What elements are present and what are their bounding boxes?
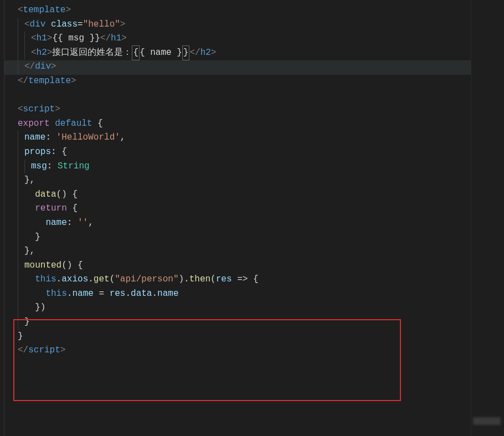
property: name xyxy=(24,131,45,145)
code-line[interactable]: this.name = res.data.name xyxy=(18,287,471,301)
code-line[interactable]: name: '', xyxy=(18,216,471,230)
brace: { xyxy=(67,202,78,216)
code-editor[interactable]: <template> <div class="hello"> <h1>{{ ms… xyxy=(0,0,504,436)
punct: () { xyxy=(56,188,78,202)
tag-bracket: </ xyxy=(189,46,200,60)
mustache-expr: {{ msg }} xyxy=(52,32,100,46)
punct: . xyxy=(67,287,73,301)
tag-name: script xyxy=(28,343,60,358)
function-name: mounted xyxy=(24,259,61,273)
brace: } xyxy=(18,330,23,344)
code-line[interactable]: <div class="hello"> xyxy=(18,18,471,32)
code-line[interactable]: } xyxy=(18,330,471,344)
keyword: return xyxy=(35,202,67,216)
code-line[interactable]: }, xyxy=(18,173,471,188)
code-line[interactable]: } xyxy=(18,315,471,330)
tag-name: template xyxy=(28,74,71,89)
variable: name xyxy=(157,287,178,301)
punct: : { xyxy=(51,145,67,160)
punct: . xyxy=(184,273,189,287)
mustache-expr: { name } xyxy=(140,46,182,60)
code-line[interactable]: msg: String xyxy=(18,160,471,174)
punct: = xyxy=(78,18,83,32)
string: '' xyxy=(78,216,88,230)
code-content[interactable]: <template> <div class="hello"> <h1>{{ ms… xyxy=(4,0,471,436)
tag-name: h2 xyxy=(37,46,47,60)
string: 'HelloWorld' xyxy=(56,131,120,145)
punct: . xyxy=(152,287,157,301)
code-line[interactable]: this.axios.get("api/person").then(res =>… xyxy=(18,273,471,287)
brace: { xyxy=(92,117,102,131)
attr-name: class xyxy=(45,18,78,32)
code-line[interactable]: data() { xyxy=(18,188,471,202)
property: msg xyxy=(31,160,47,174)
editor-gutter xyxy=(0,0,4,436)
punct: ( xyxy=(210,273,216,287)
tag-name: template xyxy=(23,3,66,18)
code-line[interactable]: }, xyxy=(18,244,471,259)
tag-bracket: < xyxy=(31,46,37,60)
tag-name: h1 xyxy=(37,32,47,46)
bracket-match: } xyxy=(182,45,190,61)
tag-bracket: < xyxy=(31,32,37,46)
tag-bracket: > xyxy=(121,32,127,46)
tag-name: div xyxy=(35,60,51,74)
tag-bracket: > xyxy=(51,60,56,74)
code-line[interactable]: <template> xyxy=(18,3,471,18)
keyword: this xyxy=(35,273,56,287)
brace: }, xyxy=(24,173,35,188)
punct: ( xyxy=(110,273,115,287)
function-name: get xyxy=(94,273,110,287)
attr-value: "hello" xyxy=(83,18,120,32)
tag-bracket: < xyxy=(24,18,30,32)
tag-bracket: > xyxy=(211,46,217,60)
code-line[interactable]: }) xyxy=(18,301,471,315)
arrow: => { xyxy=(232,273,259,287)
tag-bracket: > xyxy=(47,32,53,46)
variable: res xyxy=(110,287,126,301)
code-line[interactable]: } xyxy=(18,230,471,245)
code-line[interactable]: export default { xyxy=(18,117,471,131)
tag-bracket: < xyxy=(18,102,23,117)
keyword: export xyxy=(18,117,50,131)
property: props xyxy=(24,145,51,160)
tag-bracket: </ xyxy=(24,60,35,74)
code-line[interactable]: </template> xyxy=(18,74,471,89)
tag-bracket: > xyxy=(47,46,53,60)
minimap[interactable] xyxy=(471,0,504,436)
bracket-match: { xyxy=(132,45,140,61)
tag-name: div xyxy=(30,18,46,32)
type-name: String xyxy=(58,160,90,174)
tag-bracket: </ xyxy=(18,74,28,89)
punct: = xyxy=(94,287,110,301)
code-line[interactable]: name: 'HelloWorld', xyxy=(18,131,471,145)
keyword: default xyxy=(55,117,92,131)
code-line[interactable]: <script> xyxy=(18,102,471,117)
tag-bracket: </ xyxy=(100,32,111,46)
code-line[interactable]: </script> xyxy=(18,343,471,358)
tag-bracket: > xyxy=(120,18,126,32)
punct: ) xyxy=(178,273,184,287)
punct: , xyxy=(120,131,126,145)
punct: () { xyxy=(61,259,83,273)
tag-bracket: > xyxy=(55,102,60,117)
variable: axios xyxy=(61,273,88,287)
function-name: then xyxy=(189,273,210,287)
code-line[interactable]: </div> xyxy=(18,60,471,74)
code-line[interactable]: props: { xyxy=(18,145,471,160)
code-line[interactable]: <h1>{{ msg }}</h1> xyxy=(18,32,471,46)
code-line[interactable]: mounted() { xyxy=(18,259,471,273)
tag-name: h2 xyxy=(200,46,211,60)
text-content: 接口返回的姓名是： xyxy=(52,46,132,60)
code-line-empty[interactable] xyxy=(18,89,471,103)
property: name xyxy=(45,216,66,230)
tag-bracket: < xyxy=(18,3,23,18)
punct: : xyxy=(47,160,58,174)
tag-name: script xyxy=(23,102,55,117)
punct: : xyxy=(67,216,78,230)
brace: } xyxy=(35,230,40,245)
code-line[interactable]: <h2>接口返回的姓名是：{{ name }}</h2> xyxy=(18,46,471,60)
variable: name xyxy=(72,287,93,301)
code-line[interactable]: return { xyxy=(18,202,471,216)
punct: : xyxy=(45,131,56,145)
